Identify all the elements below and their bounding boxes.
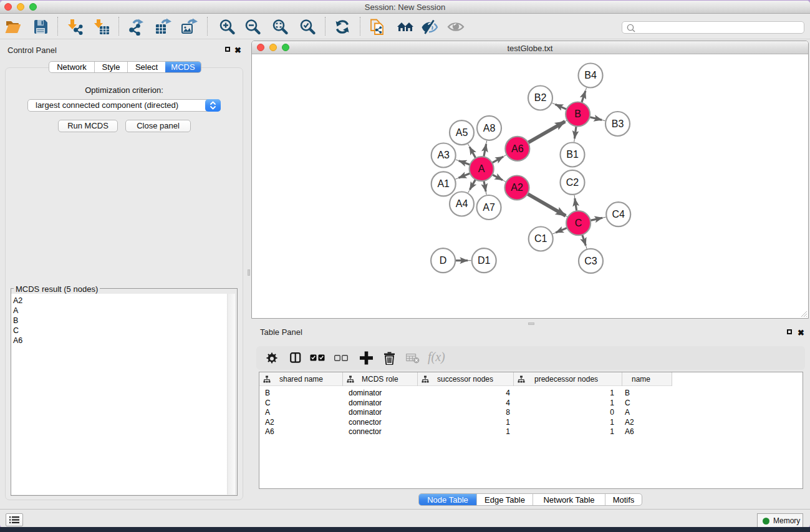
svg-text:C1: C1 <box>534 233 547 244</box>
svg-text:A5: A5 <box>456 127 468 137</box>
svg-text:B2: B2 <box>534 92 547 103</box>
svg-text:C: C <box>575 217 582 228</box>
svg-text:A4: A4 <box>456 198 468 209</box>
svg-text:D1: D1 <box>478 254 491 265</box>
svg-text:A: A <box>478 163 485 173</box>
svg-text:A6: A6 <box>511 143 524 153</box>
svg-text:B1: B1 <box>566 149 579 160</box>
svg-text:A3: A3 <box>437 150 450 160</box>
svg-text:A1: A1 <box>437 178 450 189</box>
svg-text:A7: A7 <box>483 201 495 212</box>
svg-text:B4: B4 <box>584 70 597 80</box>
svg-text:C3: C3 <box>584 255 597 266</box>
svg-text:D: D <box>440 254 447 265</box>
svg-text:B3: B3 <box>612 118 624 128</box>
svg-text:A2: A2 <box>511 182 523 193</box>
svg-text:C4: C4 <box>612 208 625 219</box>
svg-text:A8: A8 <box>483 122 496 133</box>
svg-text:B: B <box>574 109 581 119</box>
svg-text:C2: C2 <box>566 177 579 187</box>
